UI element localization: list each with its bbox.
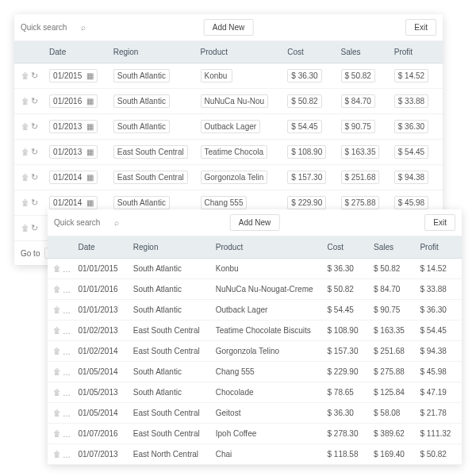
delete-icon[interactable] (21, 122, 29, 131)
delete-icon[interactable] (53, 347, 61, 355)
profit-input[interactable]: $ 54.45 (394, 145, 428, 159)
product-input[interactable]: NuNuCa Nu-Nou (201, 94, 269, 108)
profit-input[interactable]: $ 14.52 (394, 69, 428, 83)
calendar-icon[interactable]: ▦ (86, 122, 94, 131)
date-input[interactable]: 01/2013▦ (49, 145, 98, 159)
profit-input[interactable]: $ 36.30 (394, 120, 428, 133)
sales-input[interactable]: $ 84.70 (341, 94, 375, 108)
delete-icon[interactable] (21, 224, 29, 232)
search-input[interactable] (21, 23, 76, 32)
sales-input[interactable]: $ 275.88 (341, 196, 380, 209)
header-product[interactable]: Product (196, 41, 283, 63)
cost-input[interactable]: $ 50.82 (287, 94, 321, 108)
calendar-icon[interactable]: ▦ (86, 97, 94, 106)
header-date[interactable]: Date (73, 236, 128, 259)
date-cell: 01/02/2014 (73, 341, 128, 362)
delete-icon[interactable] (53, 326, 61, 335)
delete-icon[interactable] (53, 388, 61, 397)
product-cell: Outback Lager (211, 300, 323, 321)
header-sales[interactable]: Sales (369, 236, 415, 259)
region-input[interactable]: South Atlantic (113, 94, 170, 108)
exit-button[interactable]: Exit (405, 19, 436, 36)
refresh-icon[interactable] (31, 122, 38, 131)
delete-icon[interactable] (53, 367, 61, 376)
toolbar: ⌕ Add New Exit (14, 14, 443, 41)
header-region[interactable]: Region (109, 41, 196, 63)
add-new-button[interactable]: Add New (204, 19, 254, 36)
cost-input[interactable]: $ 108.90 (287, 145, 326, 159)
header-cost[interactable]: Cost (282, 41, 336, 63)
profit-input[interactable]: $ 33.88 (394, 94, 428, 108)
header-region[interactable]: Region (129, 236, 211, 259)
date-input[interactable]: 01/2016▦ (49, 94, 98, 108)
search-input[interactable] (54, 218, 109, 227)
refresh-icon[interactable] (31, 97, 38, 106)
delete-icon[interactable] (21, 198, 29, 207)
sales-input[interactable]: $ 90.75 (341, 120, 375, 133)
cost-cell: $ 108.90 (323, 321, 369, 341)
delete-icon[interactable] (21, 71, 29, 80)
delete-icon[interactable] (53, 305, 61, 314)
region-input[interactable]: South Atlantic (113, 69, 170, 83)
header-product[interactable]: Product (211, 236, 323, 259)
region-input[interactable]: East South Central (113, 171, 188, 184)
date-input[interactable]: 01/2014▦ (49, 196, 98, 209)
date-input[interactable]: 01/2013▦ (49, 120, 98, 133)
product-input[interactable]: Gorgonzola Telin (201, 171, 268, 184)
region-input[interactable]: South Atlantic (113, 196, 170, 209)
delete-icon[interactable] (53, 450, 61, 459)
cost-input[interactable]: $ 157.30 (287, 171, 326, 184)
refresh-icon[interactable] (31, 198, 38, 207)
exit-button[interactable]: Exit (424, 214, 455, 231)
product-input[interactable]: Outback Lager (201, 120, 261, 133)
refresh-icon[interactable] (31, 71, 38, 80)
table-row: 01/02/2013East South CentralTeatime Choc… (48, 321, 462, 341)
cost-input[interactable]: $ 36.30 (287, 69, 321, 83)
date-input[interactable]: 01/2015▦ (49, 69, 98, 83)
header-date[interactable]: Date (44, 41, 109, 63)
region-input[interactable]: East South Central (113, 145, 188, 159)
calendar-icon[interactable]: ▦ (86, 173, 94, 182)
sales-input[interactable]: $ 50.82 (341, 69, 375, 83)
profit-cell: $ 14.52 (415, 259, 462, 279)
delete-icon[interactable] (21, 173, 29, 182)
add-new-button[interactable]: Add New (230, 214, 280, 231)
sales-input[interactable]: $ 251.68 (341, 171, 380, 184)
region-cell: East South Central (129, 321, 211, 341)
header-sales[interactable]: Sales (336, 41, 390, 63)
refresh-icon[interactable] (31, 148, 38, 156)
product-input[interactable]: Chang 555 (201, 196, 248, 209)
profit-input[interactable]: $ 45.98 (394, 196, 428, 209)
product-cell: Chang 555 (211, 362, 323, 382)
calendar-icon[interactable]: ▦ (86, 71, 94, 80)
region-input[interactable]: South Atlantic (113, 120, 170, 133)
region-cell: South Atlantic (129, 259, 211, 279)
delete-icon[interactable] (53, 429, 61, 438)
product-input[interactable]: Teatime Chocola (201, 145, 267, 159)
header-profit[interactable]: Profit (415, 236, 462, 259)
cost-input[interactable]: $ 54.45 (287, 120, 321, 133)
calendar-icon[interactable]: ▦ (86, 198, 94, 207)
header-cost[interactable]: Cost (323, 236, 369, 259)
delete-icon[interactable] (21, 148, 29, 156)
date-value: 01/2015 (53, 71, 82, 80)
header-profit[interactable]: Profit (390, 41, 443, 63)
cost-cell: $ 54.45 (323, 300, 369, 321)
cost-input[interactable]: $ 229.90 (287, 196, 326, 209)
search-icon[interactable]: ⌕ (81, 23, 86, 32)
delete-icon[interactable] (53, 285, 61, 294)
product-input[interactable]: Konbu (201, 69, 232, 83)
refresh-icon[interactable] (31, 173, 38, 182)
calendar-icon[interactable]: ▦ (86, 148, 94, 156)
date-input[interactable]: 01/2014▦ (49, 171, 98, 184)
profit-input[interactable]: $ 94.38 (394, 171, 428, 184)
refresh-icon[interactable] (31, 224, 38, 232)
delete-icon[interactable] (21, 97, 29, 106)
sales-input[interactable]: $ 163.35 (341, 145, 380, 159)
delete-icon[interactable] (53, 409, 61, 417)
delete-icon[interactable] (53, 264, 61, 273)
date-value: 01/2014 (53, 173, 82, 182)
search-icon[interactable]: ⌕ (114, 218, 119, 227)
cost-cell: $ 36.30 (323, 403, 369, 424)
profit-cell: $ 111.32 (415, 424, 462, 444)
